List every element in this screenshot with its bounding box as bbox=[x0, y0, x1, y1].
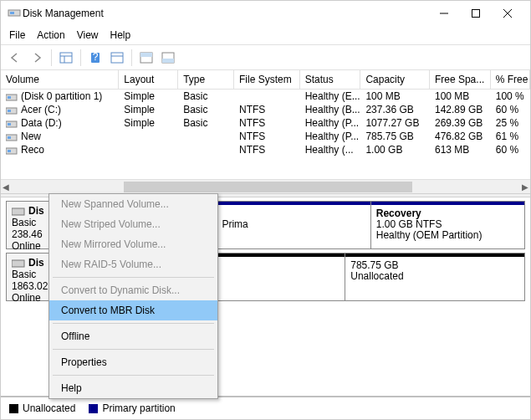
volume-free: 269.39 GB bbox=[430, 116, 491, 130]
refresh-button[interactable] bbox=[108, 49, 126, 67]
toolbar: ? bbox=[1, 45, 530, 70]
partition-color-bar bbox=[345, 254, 524, 257]
col-type[interactable]: Type bbox=[178, 70, 234, 89]
volume-type bbox=[178, 130, 234, 143]
scrollbar-thumb[interactable] bbox=[124, 182, 413, 192]
volume-name: Reco bbox=[21, 144, 44, 156]
volume-name: (Disk 0 partition 1) bbox=[21, 90, 102, 102]
volume-name: New bbox=[21, 131, 41, 142]
volume-type: Basic bbox=[178, 116, 234, 130]
menubar: File Action View Help bbox=[1, 26, 530, 45]
volume-layout: Simple bbox=[119, 116, 178, 130]
col-capacity[interactable]: Capacity bbox=[360, 70, 430, 89]
close-button[interactable] bbox=[492, 2, 523, 25]
disk-label: Dis bbox=[28, 257, 44, 269]
volume-type bbox=[178, 143, 234, 156]
volume-capacity: 100 MB bbox=[360, 90, 430, 103]
col-status[interactable]: Status bbox=[300, 70, 361, 89]
volume-free: 476.82 GB bbox=[430, 130, 491, 143]
svg-rect-1 bbox=[10, 12, 14, 14]
volume-fs: NTFS bbox=[234, 143, 300, 156]
col-volume[interactable]: Volume bbox=[1, 70, 119, 89]
volume-icon bbox=[6, 133, 18, 141]
toolbar-separator bbox=[131, 49, 132, 66]
volume-pct: 25 % bbox=[491, 116, 530, 130]
partition-detail: Healthy (OEM Partition) bbox=[376, 230, 519, 241]
minimize-button[interactable] bbox=[428, 2, 460, 25]
partition-detail: Unallocated bbox=[350, 271, 519, 282]
svg-rect-17 bbox=[6, 95, 17, 100]
context-menu-item[interactable]: Offline bbox=[49, 326, 217, 346]
toolbar-separator bbox=[80, 49, 81, 66]
svg-rect-24 bbox=[8, 136, 11, 139]
help-button[interactable]: ? bbox=[86, 49, 105, 67]
partition-primary[interactable]: Recovery1.00 GB NTFSHealthy (OEM Partiti… bbox=[371, 202, 524, 248]
context-menu-item: New Mirrored Volume... bbox=[49, 234, 217, 254]
back-button[interactable] bbox=[6, 49, 24, 67]
volume-list-header: Volume Layout Type File System Status Ca… bbox=[1, 70, 530, 90]
context-menu-item: New Spanned Volume... bbox=[49, 194, 217, 214]
volume-status: Healthy (P... bbox=[300, 116, 361, 130]
svg-rect-18 bbox=[8, 96, 11, 99]
svg-rect-26 bbox=[8, 150, 11, 152]
menu-help[interactable]: Help bbox=[110, 29, 131, 41]
titlebar: Disk Management bbox=[1, 1, 530, 26]
svg-rect-21 bbox=[6, 121, 17, 127]
context-menu-item[interactable]: Help bbox=[49, 378, 217, 398]
volume-fs bbox=[234, 90, 300, 103]
volume-list: Volume Layout Type File System Status Ca… bbox=[1, 70, 530, 179]
forward-button[interactable] bbox=[28, 49, 46, 67]
partition-unallocated[interactable]: 785.75 GBUnallocated bbox=[345, 254, 524, 300]
scroll-left-icon[interactable]: ◀ bbox=[3, 182, 9, 192]
volume-row[interactable]: Acer (C:)SimpleBasicNTFSHealthy (B...237… bbox=[1, 103, 530, 116]
svg-rect-23 bbox=[6, 135, 17, 141]
volume-row[interactable]: Data (D:)SimpleBasicNTFSHealthy (P...107… bbox=[1, 116, 530, 130]
maximize-button[interactable] bbox=[460, 2, 492, 25]
volume-type: Basic bbox=[178, 90, 234, 103]
scroll-right-icon[interactable]: ▶ bbox=[522, 182, 528, 192]
col-pct[interactable]: % Free bbox=[491, 70, 530, 89]
menu-file[interactable]: File bbox=[9, 29, 25, 41]
col-filesystem[interactable]: File System bbox=[234, 70, 300, 89]
volume-free: 142.89 GB bbox=[430, 103, 491, 116]
volume-row[interactable]: RecoNTFSHealthy (...1.00 GB613 MB60 % bbox=[1, 143, 530, 156]
context-menu-item[interactable]: Properties bbox=[49, 352, 217, 372]
show-hide-button[interactable] bbox=[57, 49, 75, 67]
volume-icon bbox=[6, 146, 18, 155]
svg-rect-22 bbox=[8, 123, 11, 125]
context-menu-separator bbox=[53, 375, 214, 376]
volume-row[interactable]: NewNTFSHealthy (P...785.75 GB476.82 GB61… bbox=[1, 130, 530, 143]
disk-state: Online bbox=[12, 240, 41, 252]
volume-status: Healthy (... bbox=[300, 143, 361, 156]
svg-text:?: ? bbox=[93, 52, 99, 63]
context-menu-item[interactable]: Convert to MBR Disk bbox=[49, 300, 217, 320]
menu-view[interactable]: View bbox=[77, 29, 99, 41]
disk-label: Dis bbox=[28, 205, 44, 217]
svg-rect-28 bbox=[12, 260, 24, 267]
volume-fs: NTFS bbox=[234, 130, 300, 143]
horizontal-scrollbar[interactable]: ◀ ▶ bbox=[1, 179, 530, 193]
menu-action[interactable]: Action bbox=[37, 29, 64, 41]
context-menu-item: New RAID-5 Volume... bbox=[49, 254, 217, 274]
volume-row[interactable]: (Disk 0 partition 1)SimpleBasicHealthy (… bbox=[1, 90, 530, 103]
volume-capacity: 1077.27 GB bbox=[360, 116, 430, 130]
view-bottom-button[interactable] bbox=[159, 49, 177, 67]
svg-rect-27 bbox=[12, 208, 24, 215]
disk-type: Basic bbox=[12, 269, 36, 280]
col-free[interactable]: Free Spa... bbox=[430, 70, 491, 89]
col-layout[interactable]: Layout bbox=[119, 70, 178, 89]
legend-primary: Primary partition bbox=[89, 402, 175, 414]
disk-icon bbox=[12, 207, 25, 217]
legend-unallocated: Unallocated bbox=[9, 402, 75, 414]
svg-rect-11 bbox=[111, 53, 123, 63]
volume-fs: NTFS bbox=[234, 103, 300, 116]
volume-capacity: 1.00 GB bbox=[360, 143, 430, 156]
legend: Unallocated Primary partition bbox=[1, 396, 530, 419]
volume-icon bbox=[6, 120, 18, 128]
volume-layout bbox=[119, 143, 178, 156]
volume-layout bbox=[119, 130, 178, 143]
svg-rect-20 bbox=[8, 110, 11, 112]
toolbar-separator bbox=[51, 49, 52, 66]
view-top-button[interactable] bbox=[137, 49, 156, 67]
volume-icon bbox=[6, 106, 18, 115]
